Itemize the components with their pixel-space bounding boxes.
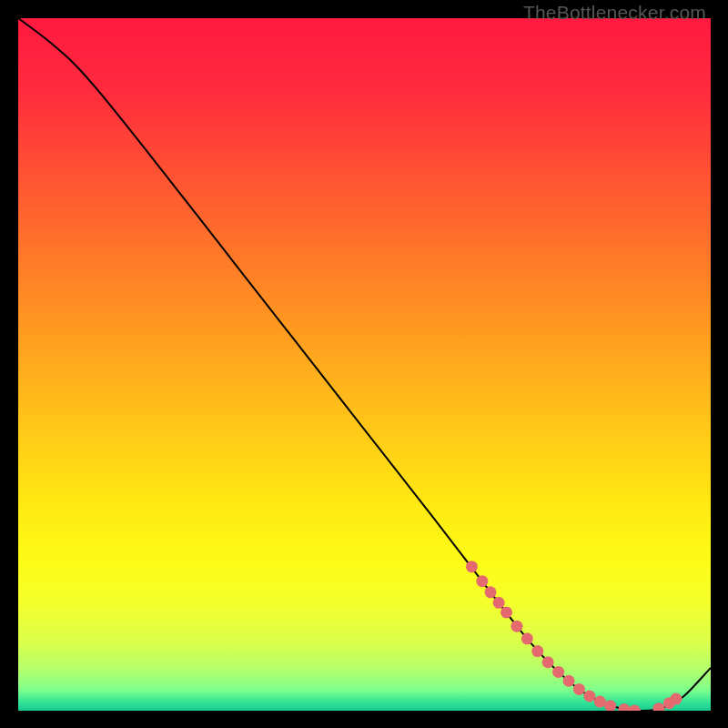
attribution-label: TheBottlenecker.com: [523, 2, 706, 24]
highlight-dot: [583, 691, 595, 703]
chart-svg: [18, 18, 711, 711]
highlight-dot: [670, 693, 682, 705]
highlight-dot: [594, 696, 606, 708]
highlight-dot: [500, 606, 512, 618]
highlight-dot: [531, 645, 543, 657]
highlight-dot: [542, 656, 554, 668]
highlight-dot: [521, 632, 533, 644]
highlight-dot: [573, 683, 585, 695]
highlight-dot: [552, 666, 564, 678]
highlight-dot: [466, 561, 478, 572]
highlight-dot: [511, 621, 522, 632]
highlight-dot: [476, 575, 488, 587]
highlight-dot: [485, 586, 497, 598]
highlight-dot: [562, 675, 574, 687]
gradient-rect: [18, 18, 711, 711]
highlight-dot: [493, 597, 505, 609]
